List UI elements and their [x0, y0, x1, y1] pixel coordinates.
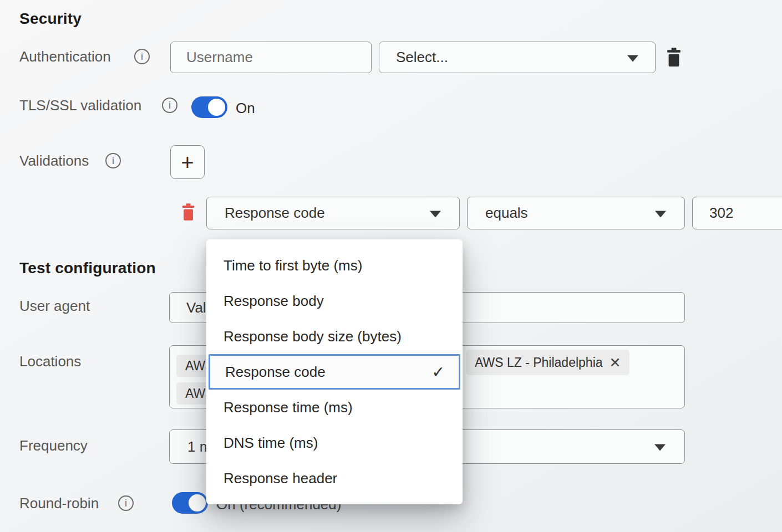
- menu-item-response-body[interactable]: Response body: [206, 283, 463, 319]
- frequency-label: Frequency: [19, 437, 88, 454]
- tls-ssl-toggle[interactable]: [191, 96, 227, 118]
- menu-item-response-header[interactable]: Response header: [206, 461, 463, 496]
- user-agent-value: Val: [186, 299, 206, 316]
- synthetic-test-settings-page: Security Authentication i Username Selec…: [0, 0, 782, 532]
- tls-ssl-state-label: On: [236, 100, 255, 117]
- round-robin-label: Round-robin: [19, 495, 99, 512]
- menu-item-response-body-size[interactable]: Response body size (bytes): [206, 319, 463, 354]
- location-chip[interactable]: AWS LZ - Philadelphia ✕: [466, 350, 629, 375]
- plus-icon: +: [181, 151, 194, 173]
- checkmark-icon: ✓: [432, 363, 445, 381]
- tls-ssl-info-icon[interactable]: i: [162, 98, 177, 113]
- menu-item-label: DNS time (ms): [224, 434, 318, 452]
- menu-item-dns-time[interactable]: DNS time (ms): [206, 425, 463, 461]
- menu-item-label: Response time (ms): [224, 399, 353, 416]
- menu-item-response-time[interactable]: Response time (ms): [206, 390, 463, 425]
- chevron-down-icon: [655, 211, 666, 217]
- username-placeholder: Username: [186, 49, 253, 66]
- validation-value-input[interactable]: 302: [692, 197, 782, 229]
- validation-value: 302: [709, 204, 733, 222]
- trash-icon: [181, 203, 196, 221]
- auth-type-value: Select...: [396, 49, 448, 66]
- authentication-label: Authentication: [19, 48, 111, 65]
- test-configuration-heading: Test configuration: [19, 259, 156, 277]
- chevron-down-icon: [627, 55, 638, 62]
- menu-item-response-code[interactable]: Response code ✓: [209, 354, 460, 390]
- tls-ssl-validation-label: TLS/SSL validation: [19, 97, 141, 114]
- authentication-info-icon[interactable]: i: [134, 49, 150, 64]
- locations-label: Locations: [19, 353, 81, 370]
- location-chip-label: AWS LZ - Philadelphia: [475, 355, 603, 370]
- trash-icon: [666, 48, 682, 66]
- validations-label: Validations: [19, 152, 89, 170]
- round-robin-info-icon[interactable]: i: [118, 495, 134, 511]
- add-validation-button[interactable]: +: [170, 145, 205, 179]
- delete-validation-button[interactable]: [181, 203, 196, 221]
- security-heading: Security: [19, 10, 82, 28]
- toggle-knob: [189, 494, 206, 511]
- menu-item-time-to-first-byte[interactable]: Time to first byte (ms): [206, 248, 463, 283]
- menu-item-label: Response body size (bytes): [224, 328, 402, 345]
- validations-info-icon[interactable]: i: [105, 153, 121, 168]
- delete-authentication-button[interactable]: [666, 48, 682, 66]
- validation-field-select[interactable]: Response code: [206, 197, 460, 229]
- chevron-down-icon: [430, 211, 441, 217]
- menu-item-label: Time to first byte (ms): [224, 257, 362, 274]
- toggle-knob: [208, 99, 225, 116]
- menu-item-label: Response body: [224, 293, 324, 310]
- menu-item-label: Response code: [225, 364, 326, 381]
- chevron-down-icon: [654, 444, 666, 451]
- menu-item-label: Response header: [224, 470, 337, 487]
- round-robin-toggle[interactable]: [172, 492, 208, 514]
- validation-comparator-value: equals: [485, 204, 528, 222]
- remove-chip-icon[interactable]: ✕: [610, 356, 621, 370]
- user-agent-label: User agent: [19, 298, 90, 315]
- username-input[interactable]: Username: [170, 42, 372, 73]
- validation-field-dropdown-menu: Time to first byte (ms) Response body Re…: [206, 239, 463, 504]
- auth-type-select[interactable]: Select...: [379, 42, 656, 73]
- validation-comparator-select[interactable]: equals: [467, 197, 685, 229]
- validation-field-value: Response code: [225, 204, 325, 222]
